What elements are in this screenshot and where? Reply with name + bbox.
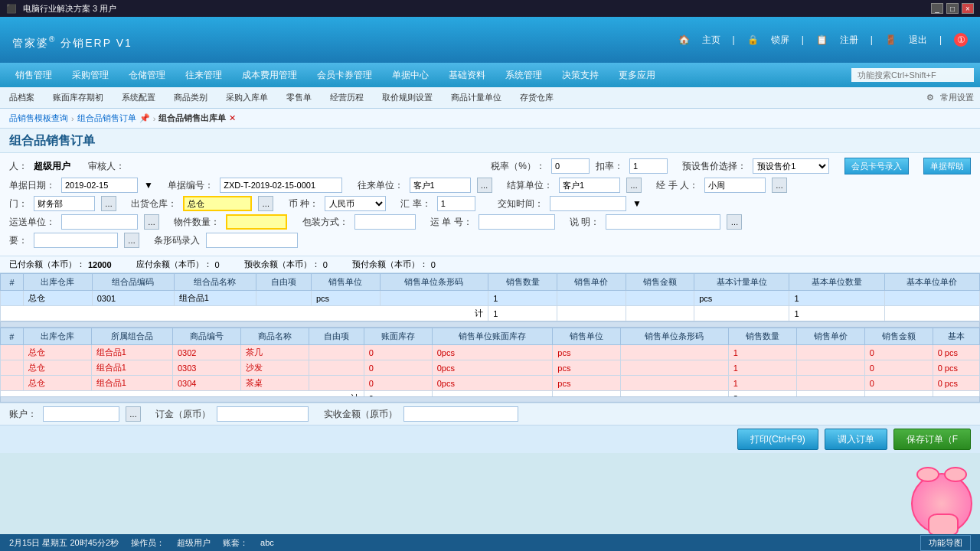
nav-member[interactable]: 会员卡券管理 [308,66,381,85]
lower-table: # 出库仓库 所属组合品 商品编号 商品名称 自由项 账面库存 销售单位账面库存… [0,328,980,396]
discount-input[interactable] [629,158,668,174]
barcode-label: 条形码录入 [154,234,200,247]
home-link[interactable]: 主页 [702,34,720,47]
order-no-input[interactable] [220,178,342,193]
col-combo-code: 组合品编码 [92,274,174,291]
table-row[interactable]: 总仓 组合品1 0304 茶桌 0 0pcs pcs 1 0 0 pcs [1,376,980,391]
table-row[interactable]: 总仓 0301 组合品1 pcs 1 pcs 1 [1,291,980,306]
subnav-category[interactable]: 商品类别 [171,90,211,105]
remark-input[interactable] [606,214,720,230]
minimize-btn[interactable]: _ [931,3,943,14]
table-row[interactable]: 总仓 组合品1 0302 茶几 0 0pcs pcs 1 0 0 pcs [1,345,980,360]
shipping-input[interactable] [61,214,138,230]
nav-relations[interactable]: 往来管理 [176,66,231,85]
note-link[interactable]: 注册 [840,34,858,47]
export-link[interactable]: 退出 [909,34,927,47]
order-amount-input[interactable] [217,406,309,422]
trade-time-dropdown[interactable]: ▼ [632,198,642,209]
title-bar-right[interactable]: _ □ × [931,3,974,14]
subnav-config[interactable]: 系统配置 [119,90,158,105]
date-dropdown-icon[interactable]: ▼ [144,180,153,191]
remark-ellipsis[interactable]: … [727,214,742,230]
subnav-purchase-in[interactable]: 采购入库单 [223,90,271,105]
tax-input[interactable] [551,158,590,174]
account-ellipsis[interactable]: … [126,406,141,422]
nav-sales[interactable]: 销售管理 [6,66,61,85]
subnav-units[interactable]: 商品计量单位 [448,90,505,105]
lcell-free [309,345,364,360]
dept-input[interactable] [34,196,95,211]
upper-table-wrapper: # 出库仓库 组合品编码 组合品名称 自由项 销售单位 销售单位条形码 销售数量… [0,273,980,321]
subnav-retail[interactable]: 零售单 [283,90,315,105]
close-btn[interactable]: × [962,3,974,14]
nav-warehouse[interactable]: 仓储管理 [119,66,175,85]
received-input[interactable] [403,406,518,422]
subnav-warehouse[interactable]: 存货仓库 [517,90,557,105]
date-input[interactable] [61,178,138,193]
lock-link[interactable]: 锁屏 [771,34,789,47]
nav-cost[interactable]: 成本费用管理 [233,66,306,85]
func-map-btn[interactable]: 功能导图 [920,535,971,551]
cell-combo-name: 组合品1 [174,291,256,306]
nav-more[interactable]: 更多应用 [609,66,665,85]
handler-ellipsis[interactable]: … [772,178,787,193]
subnav-products[interactable]: 品档案 [6,90,38,105]
breadcrumb-item-3[interactable]: 组合品销售出库单 [158,112,226,124]
settle-input[interactable] [559,178,620,193]
page-title-area: 组合品销售订单 [0,129,980,153]
cell-base-unit: pcs [694,291,789,306]
cell-free [256,291,311,306]
status-account-label: 账套： [223,537,248,549]
main-nav: 销售管理 采购管理 仓储管理 往来管理 成本费用管理 会员卡券管理 单据中心 基… [0,63,980,87]
help-btn[interactable]: 单据帮助 [923,158,971,174]
member-btn[interactable]: 会员卡号录入 [844,158,909,174]
pack-input[interactable] [354,214,416,230]
breadcrumb-item-2[interactable]: 组合品销售订单 [77,112,136,124]
breadcrumb-item-1[interactable]: 品销售模板查询 [9,112,68,124]
account-input[interactable] [43,406,119,422]
settle-ellipsis[interactable]: … [626,178,642,193]
warehouse-input[interactable] [183,196,252,211]
nav-search-input[interactable] [851,68,974,82]
subnav-price-rules[interactable]: 取价规则设置 [379,90,436,105]
lcol-stock: 账面库存 [364,328,432,345]
lcol-unit-stock: 销售单位账面库存 [432,328,553,345]
maximize-btn[interactable]: □ [946,3,959,14]
ship-no-input[interactable] [479,214,555,230]
nav-orders[interactable]: 单据中心 [383,66,438,85]
upper-scrollbar[interactable] [0,321,980,328]
qty-input[interactable] [226,214,287,230]
partner-ellipsis[interactable]: … [477,178,492,193]
print-btn[interactable]: 打印(Ctrl+F9) [737,429,818,450]
table-row[interactable]: 总仓 组合品1 0303 沙发 0 0pcs pcs 1 0 0 pcs [1,360,980,376]
warehouse-ellipsis[interactable]: … [258,196,273,211]
handler-input[interactable] [704,178,766,193]
currency-select[interactable]: 人民币 [325,196,386,211]
nav-basic[interactable]: 基础资料 [439,66,495,85]
lower-scrollbar[interactable] [0,396,980,403]
shipping-ellipsis[interactable]: … [144,214,159,230]
subnav-history[interactable]: 经营历程 [327,90,367,105]
subnav-stock-init[interactable]: 账面库存期初 [50,90,106,105]
status-operator-label: 操作员： [131,537,165,549]
footer-amount [626,306,694,321]
barcode-input[interactable] [206,233,298,248]
partner-input[interactable] [410,178,471,193]
nav-system[interactable]: 系统管理 [496,66,551,85]
price-select[interactable]: 预设售价1 [753,158,829,174]
dept-ellipsis[interactable]: … [101,196,116,211]
common-settings[interactable]: 常用设置 [940,92,974,103]
price-select-label: 预设售价选择： [682,160,746,173]
exchange-input[interactable] [437,196,475,211]
note-input[interactable] [34,233,118,248]
trade-time-input[interactable] [550,196,626,211]
save-btn[interactable]: 保存订单（F [893,429,971,450]
note-ellipsis[interactable]: … [124,233,139,248]
sep1: | [733,34,735,45]
status-account: abc [260,538,274,547]
cell-sales-price [557,291,626,306]
info-link[interactable]: ① [954,33,968,47]
nav-decision[interactable]: 决策支持 [553,66,608,85]
import-btn[interactable]: 调入订单 [825,429,887,450]
nav-purchase[interactable]: 采购管理 [63,66,118,85]
